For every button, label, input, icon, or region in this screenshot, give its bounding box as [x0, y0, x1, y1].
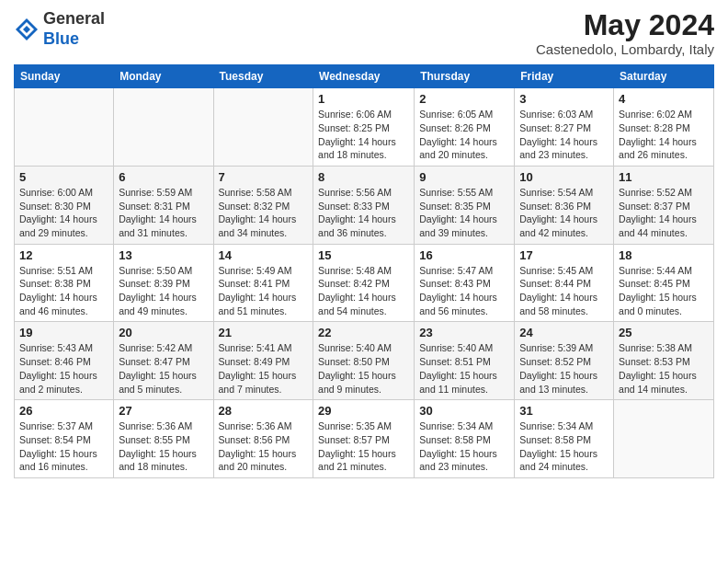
table-row: 21Sunrise: 5:41 AM Sunset: 8:49 PM Dayli…: [213, 322, 313, 400]
day-number: 15: [318, 248, 409, 262]
day-info: Sunrise: 6:03 AM Sunset: 8:27 PM Dayligh…: [519, 108, 609, 162]
day-number: 24: [519, 326, 609, 339]
title-block: May 2024 Castenedolo, Lombardy, Italy: [536, 9, 714, 57]
table-row: 12Sunrise: 5:51 AM Sunset: 8:38 PM Dayli…: [15, 244, 114, 322]
location-subtitle: Castenedolo, Lombardy, Italy: [536, 41, 714, 57]
day-number: 13: [119, 248, 208, 262]
day-number: 10: [519, 170, 609, 184]
day-number: 19: [19, 326, 108, 339]
calendar-week-row: 26Sunrise: 5:37 AM Sunset: 8:54 PM Dayli…: [15, 400, 714, 478]
day-number: 6: [119, 170, 208, 184]
logo: General Blue: [14, 9, 105, 49]
day-number: 14: [219, 248, 309, 262]
col-sunday: Sunday: [15, 65, 114, 88]
table-row: 14Sunrise: 5:49 AM Sunset: 8:41 PM Dayli…: [213, 244, 313, 322]
calendar-week-row: 19Sunrise: 5:43 AM Sunset: 8:46 PM Dayli…: [15, 322, 714, 400]
day-info: Sunrise: 5:35 AM Sunset: 8:57 PM Dayligh…: [318, 419, 409, 474]
table-row: 10Sunrise: 5:54 AM Sunset: 8:36 PM Dayli…: [515, 166, 614, 244]
col-monday: Monday: [114, 65, 213, 88]
day-number: 16: [419, 248, 509, 262]
day-number: 31: [519, 404, 609, 418]
table-row: 18Sunrise: 5:44 AM Sunset: 8:45 PM Dayli…: [614, 244, 714, 322]
day-info: Sunrise: 5:50 AM Sunset: 8:39 PM Dayligh…: [119, 264, 208, 318]
day-info: Sunrise: 5:42 AM Sunset: 8:47 PM Dayligh…: [119, 341, 208, 396]
day-number: 1: [318, 92, 409, 106]
col-friday: Friday: [515, 65, 614, 88]
day-number: 29: [318, 404, 409, 418]
table-row: 9Sunrise: 5:55 AM Sunset: 8:35 PM Daylig…: [415, 166, 515, 244]
day-number: 21: [219, 326, 309, 339]
table-row: 27Sunrise: 5:36 AM Sunset: 8:55 PM Dayli…: [114, 400, 213, 478]
day-info: Sunrise: 5:47 AM Sunset: 8:43 PM Dayligh…: [419, 264, 509, 318]
day-number: 4: [619, 92, 709, 106]
table-row: 28Sunrise: 5:36 AM Sunset: 8:56 PM Dayli…: [213, 400, 313, 478]
day-number: 27: [119, 404, 208, 418]
table-row: 5Sunrise: 6:00 AM Sunset: 8:30 PM Daylig…: [15, 166, 114, 244]
day-number: 25: [619, 326, 709, 339]
table-row: 7Sunrise: 5:58 AM Sunset: 8:32 PM Daylig…: [213, 166, 313, 244]
table-row: 4Sunrise: 6:02 AM Sunset: 8:28 PM Daylig…: [614, 88, 714, 167]
day-number: 9: [419, 170, 509, 184]
day-info: Sunrise: 5:37 AM Sunset: 8:54 PM Dayligh…: [19, 419, 108, 474]
day-number: 11: [619, 170, 709, 184]
table-row: 2Sunrise: 6:05 AM Sunset: 8:26 PM Daylig…: [415, 88, 515, 167]
table-row: 1Sunrise: 6:06 AM Sunset: 8:25 PM Daylig…: [313, 88, 415, 167]
day-number: 17: [519, 248, 609, 262]
day-info: Sunrise: 5:34 AM Sunset: 8:58 PM Dayligh…: [519, 419, 609, 474]
day-info: Sunrise: 5:49 AM Sunset: 8:41 PM Dayligh…: [219, 264, 309, 318]
day-info: Sunrise: 6:00 AM Sunset: 8:30 PM Dayligh…: [19, 186, 108, 240]
day-number: 12: [19, 248, 108, 262]
table-row: 24Sunrise: 5:39 AM Sunset: 8:52 PM Dayli…: [515, 322, 614, 400]
table-row: 13Sunrise: 5:50 AM Sunset: 8:39 PM Dayli…: [114, 244, 213, 322]
day-info: Sunrise: 5:36 AM Sunset: 8:56 PM Dayligh…: [219, 419, 309, 474]
logo-blue-text: Blue: [43, 29, 79, 48]
table-row: [614, 400, 714, 478]
day-info: Sunrise: 5:51 AM Sunset: 8:38 PM Dayligh…: [19, 264, 108, 318]
day-number: 28: [219, 404, 309, 418]
calendar-week-row: 1Sunrise: 6:06 AM Sunset: 8:25 PM Daylig…: [15, 88, 714, 167]
day-info: Sunrise: 5:41 AM Sunset: 8:49 PM Dayligh…: [219, 341, 309, 396]
day-info: Sunrise: 5:48 AM Sunset: 8:42 PM Dayligh…: [318, 264, 409, 318]
logo-icon: [14, 17, 40, 42]
calendar-table: Sunday Monday Tuesday Wednesday Thursday…: [14, 64, 714, 478]
day-info: Sunrise: 6:02 AM Sunset: 8:28 PM Dayligh…: [619, 108, 709, 162]
day-number: 23: [419, 326, 509, 339]
table-row: 20Sunrise: 5:42 AM Sunset: 8:47 PM Dayli…: [114, 322, 213, 400]
month-year-title: May 2024: [536, 9, 714, 41]
day-info: Sunrise: 5:45 AM Sunset: 8:44 PM Dayligh…: [519, 264, 609, 318]
day-number: 30: [419, 404, 509, 418]
day-info: Sunrise: 5:58 AM Sunset: 8:32 PM Dayligh…: [219, 186, 309, 240]
day-number: 20: [119, 326, 208, 339]
day-info: Sunrise: 5:43 AM Sunset: 8:46 PM Dayligh…: [19, 341, 108, 396]
col-wednesday: Wednesday: [313, 65, 415, 88]
day-info: Sunrise: 5:40 AM Sunset: 8:51 PM Dayligh…: [419, 341, 509, 396]
day-number: 8: [318, 170, 409, 184]
day-info: Sunrise: 5:54 AM Sunset: 8:36 PM Dayligh…: [519, 186, 609, 240]
day-info: Sunrise: 5:59 AM Sunset: 8:31 PM Dayligh…: [119, 186, 208, 240]
table-row: 17Sunrise: 5:45 AM Sunset: 8:44 PM Dayli…: [515, 244, 614, 322]
table-row: 23Sunrise: 5:40 AM Sunset: 8:51 PM Dayli…: [415, 322, 515, 400]
day-info: Sunrise: 5:56 AM Sunset: 8:33 PM Dayligh…: [318, 186, 409, 240]
day-info: Sunrise: 5:40 AM Sunset: 8:50 PM Dayligh…: [318, 341, 409, 396]
table-row: 25Sunrise: 5:38 AM Sunset: 8:53 PM Dayli…: [614, 322, 714, 400]
day-info: Sunrise: 6:06 AM Sunset: 8:25 PM Dayligh…: [318, 108, 409, 162]
table-row: [15, 88, 114, 167]
table-row: 26Sunrise: 5:37 AM Sunset: 8:54 PM Dayli…: [15, 400, 114, 478]
day-number: 18: [619, 248, 709, 262]
logo-general-text: General: [43, 9, 105, 28]
day-info: Sunrise: 5:44 AM Sunset: 8:45 PM Dayligh…: [619, 264, 709, 318]
table-row: 19Sunrise: 5:43 AM Sunset: 8:46 PM Dayli…: [15, 322, 114, 400]
day-number: 3: [519, 92, 609, 106]
col-thursday: Thursday: [415, 65, 515, 88]
table-row: 15Sunrise: 5:48 AM Sunset: 8:42 PM Dayli…: [313, 244, 415, 322]
table-row: [213, 88, 313, 167]
table-row: 30Sunrise: 5:34 AM Sunset: 8:58 PM Dayli…: [415, 400, 515, 478]
day-number: 2: [419, 92, 509, 106]
day-number: 5: [19, 170, 108, 184]
calendar-header-row: Sunday Monday Tuesday Wednesday Thursday…: [15, 65, 714, 88]
table-row: 11Sunrise: 5:52 AM Sunset: 8:37 PM Dayli…: [614, 166, 714, 244]
day-info: Sunrise: 5:36 AM Sunset: 8:55 PM Dayligh…: [119, 419, 208, 474]
day-info: Sunrise: 5:52 AM Sunset: 8:37 PM Dayligh…: [619, 186, 709, 240]
col-saturday: Saturday: [614, 65, 714, 88]
day-number: 26: [19, 404, 108, 418]
